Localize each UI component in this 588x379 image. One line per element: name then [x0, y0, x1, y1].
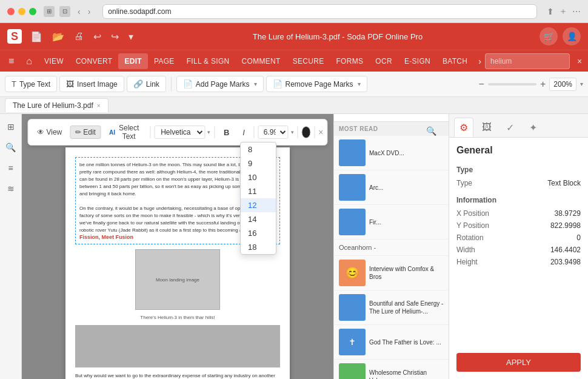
edit-mode-button[interactable]: ✏ Edit	[70, 126, 101, 139]
font-size-16[interactable]: 16	[241, 226, 276, 240]
select-text-button[interactable]: AI Select Text	[104, 121, 146, 143]
redo-icon[interactable]: ↪	[109, 29, 121, 45]
list-item[interactable]: ✝ God The Father is Love: ...	[334, 325, 449, 360]
menu-search-input[interactable]	[490, 57, 564, 65]
select-text-label: Select Text	[117, 124, 141, 141]
zoom-dropdown-arrow[interactable]: ▾	[580, 81, 583, 87]
document-tab[interactable]: The Lure of Helium-3.pdf ×	[5, 98, 109, 112]
maximize-window-button[interactable]	[29, 8, 36, 15]
share-icon[interactable]: ⬆	[547, 7, 554, 16]
zoom-value[interactable]: 200%	[549, 78, 576, 91]
ai-icon: AI	[109, 129, 115, 136]
close-window-button[interactable]	[7, 8, 15, 15]
new-doc-icon[interactable]: 📄	[28, 29, 45, 45]
font-size-18[interactable]: 18	[241, 240, 276, 254]
link-button[interactable]: 🔗 Link	[127, 76, 166, 92]
user-icon[interactable]: 👤	[563, 27, 581, 45]
apply-button[interactable]: APPLY	[456, 353, 581, 372]
add-tab-icon[interactable]: ＋	[559, 6, 567, 17]
open-icon[interactable]: 📂	[50, 29, 67, 45]
article-thumbnail	[339, 174, 366, 201]
list-item[interactable]: Oceanhorn -	[334, 240, 449, 256]
menu-item-convert[interactable]: CONVERT	[70, 53, 119, 69]
link-label: Link	[146, 80, 159, 89]
zoom-out-button[interactable]: −	[478, 78, 486, 91]
font-size-11[interactable]: 11	[241, 184, 276, 198]
home-menu-item[interactable]: ⌂	[22, 53, 36, 69]
properties-panel: ⚙ 🖼 ✓ ✦ General Type Type Text Block Inf…	[449, 114, 588, 379]
list-item[interactable]: 😊 Interview with Comfox & Bros	[334, 256, 449, 290]
font-size-8[interactable]: 8	[241, 143, 276, 156]
sidebar-pages-icon[interactable]: ⊞	[3, 119, 19, 135]
tab-overview-icon[interactable]: ⊡	[59, 6, 70, 17]
address-bar[interactable]: online.sodapdf.com	[102, 4, 537, 19]
menu-item-comment[interactable]: COMMENT	[236, 53, 287, 69]
props-tab-star[interactable]: ✦	[523, 118, 543, 137]
extensions-icon[interactable]: ⋯	[572, 7, 581, 16]
list-item[interactable]: Arc...	[334, 170, 449, 205]
text-color-picker[interactable]	[301, 126, 310, 138]
article-thumbnail: 😊	[339, 260, 366, 286]
menu-item-secure[interactable]: SECURE	[287, 53, 330, 69]
menu-item-view[interactable]: VIEW	[38, 53, 70, 69]
list-item[interactable]: Bountiful and Safe Energy - The Lure of …	[334, 290, 449, 325]
browser-right: ⬆ ＋ ⋯	[547, 6, 581, 17]
forward-button[interactable]: ›	[85, 5, 93, 18]
window-chrome: ⊞ ⊡ ‹ › online.sodapdf.com ⬆ ＋ ⋯	[0, 0, 588, 23]
cart-icon[interactable]: 🛒	[540, 27, 558, 45]
sidebar-toggle-icon[interactable]: ⊞	[44, 6, 55, 17]
menu-more-icon[interactable]: ›	[475, 54, 485, 69]
font-size-9[interactable]: 9	[241, 156, 276, 170]
props-tab-check[interactable]: ✓	[500, 118, 520, 137]
more-actions-icon[interactable]: ▾	[126, 29, 136, 45]
edit-toolbar-close[interactable]: ×	[318, 127, 323, 137]
save-icon[interactable]: 🖨	[72, 29, 86, 44]
list-item[interactable]: MacX DVD...	[334, 136, 449, 170]
hamburger-menu[interactable]: ≡	[5, 53, 18, 69]
menu-item-page[interactable]: PAGE	[148, 53, 181, 69]
rotation-value: 0	[576, 233, 581, 242]
font-selector[interactable]: Helvetica	[154, 126, 205, 139]
menu-item-fill-sign[interactable]: FILL & SIGN	[181, 53, 236, 69]
font-size-10[interactable]: 10	[241, 170, 276, 184]
menu-item-e-sign[interactable]: E-SIGN	[398, 53, 436, 69]
close-search-icon[interactable]: ×	[573, 54, 586, 69]
bold-button[interactable]: B	[218, 126, 235, 139]
font-size-14[interactable]: 14	[241, 212, 276, 226]
menu-item-edit[interactable]: EDIT	[118, 53, 148, 69]
font-size-dropdown[interactable]: 8 9 10 11 12 14 16 18	[240, 142, 276, 255]
sidebar-layers-icon[interactable]: 🔍	[3, 139, 19, 155]
edit-pencil-icon: ✏	[75, 128, 81, 136]
undo-icon[interactable]: ↩	[91, 29, 104, 45]
font-size-12[interactable]: 12	[241, 198, 276, 212]
menu-item-ocr[interactable]: OCR	[369, 53, 398, 69]
list-item[interactable]: Fir...	[334, 205, 449, 240]
minimize-window-button[interactable]	[18, 8, 25, 15]
app-titlebar: S 📄 📂 🖨 ↩ ↪ ▾ The Lure of Helium-3.pdf -…	[0, 23, 588, 50]
italic-button[interactable]: I	[237, 126, 250, 139]
right-panel-search-icon[interactable]: 🔍	[426, 126, 436, 136]
add-page-marks-button[interactable]: 📄 Add Page Marks ▾	[176, 76, 264, 92]
menu-search-box[interactable]	[485, 53, 570, 69]
list-item[interactable]: Wholesome Christian Values	[334, 360, 449, 379]
menu-item-forms[interactable]: FORMS	[330, 53, 369, 69]
sidebar-bookmarks-icon[interactable]: ≡	[3, 160, 19, 176]
zoom-slider[interactable]	[488, 83, 536, 86]
remove-page-marks-button[interactable]: 📄 Remove Page Marks ▾	[266, 76, 367, 92]
props-tab-general[interactable]: ⚙	[454, 118, 473, 137]
article-thumbnail	[339, 139, 366, 166]
tab-close-button[interactable]: ×	[97, 102, 101, 109]
sidebar-adjust-icon[interactable]: ≋	[3, 181, 19, 196]
zoom-in-button[interactable]: +	[539, 78, 547, 91]
back-button[interactable]: ‹	[75, 5, 83, 18]
info-section-title: Information	[456, 196, 581, 204]
article-title: Wholesome Christian Values	[369, 369, 444, 379]
props-tab-image[interactable]: 🖼	[477, 118, 496, 137]
menu-search-area: × ∧ ∨ ? ⚙	[485, 53, 588, 69]
menu-item-batch[interactable]: BATCH	[436, 53, 473, 69]
view-mode-button[interactable]: 👁 View	[32, 126, 67, 139]
font-size-selector[interactable]: 6.99 8 9 10 11 12	[258, 126, 289, 139]
type-text-button[interactable]: T Type Text	[5, 76, 57, 92]
props-row-x: X Position 38.9729	[456, 209, 581, 218]
insert-image-button[interactable]: 🖼 Insert Image	[59, 76, 124, 92]
